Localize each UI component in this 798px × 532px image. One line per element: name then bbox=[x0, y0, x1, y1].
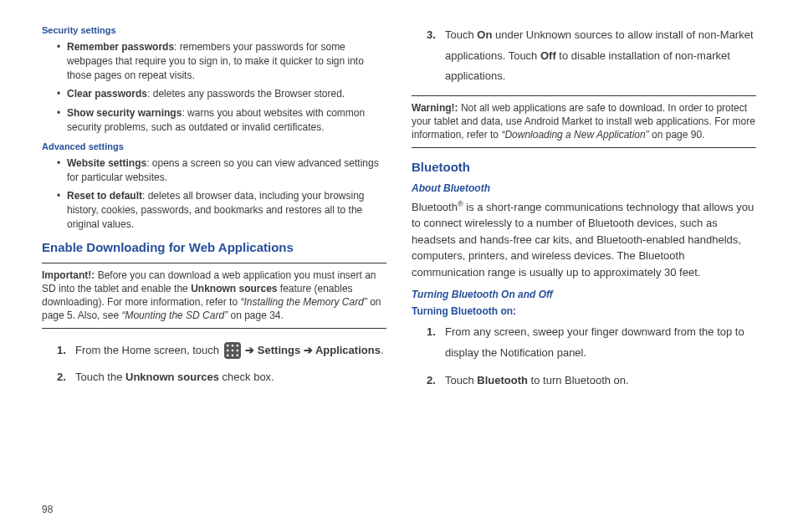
svg-rect-1 bbox=[231, 345, 233, 346]
bullet-show-warnings: Show security warnings: warns you about … bbox=[67, 106, 386, 135]
warning-label: Warning!: bbox=[412, 102, 458, 114]
enable-downloading-heading: Enable Downloading for Web Applications bbox=[42, 240, 386, 254]
registered-mark: ® bbox=[458, 200, 463, 208]
right-steps-continued: Touch On under Unknown sources to allow … bbox=[427, 25, 756, 87]
bullet-reset-default: Reset to default: deletes all browser da… bbox=[67, 189, 386, 231]
apps-grid-icon bbox=[224, 342, 241, 359]
bt-step-1: From any screen, sweep your finger downw… bbox=[427, 322, 756, 363]
step-2: Touch the Unknown sources check box. bbox=[57, 367, 386, 388]
svg-rect-4 bbox=[231, 350, 233, 351]
left-steps: From the Home screen, touch ➔ Settings ➔… bbox=[57, 340, 386, 388]
important-label: Important!: bbox=[42, 269, 95, 281]
advanced-bullets: Website settings: opens a screen so you … bbox=[67, 156, 386, 232]
step-1: From the Home screen, touch ➔ Settings ➔… bbox=[57, 340, 386, 361]
bluetooth-description: Bluetooth® is a short-range communicatio… bbox=[412, 199, 756, 281]
svg-rect-6 bbox=[227, 355, 228, 356]
right-column: Touch On under Unknown sources to allow … bbox=[412, 25, 756, 495]
svg-rect-3 bbox=[227, 350, 228, 351]
advanced-settings-heading: Advanced settings bbox=[42, 141, 386, 151]
svg-rect-2 bbox=[236, 345, 238, 346]
bt-step-2: Touch Bluetooth to turn Bluetooth on. bbox=[427, 371, 756, 391]
svg-rect-5 bbox=[236, 350, 238, 351]
bullet-clear-passwords: Clear passwords: deletes any passwords t… bbox=[67, 87, 386, 101]
svg-rect-8 bbox=[236, 355, 238, 356]
security-settings-heading: Security settings bbox=[42, 25, 386, 35]
bluetooth-heading: Bluetooth bbox=[412, 160, 756, 174]
about-bluetooth-heading: About Bluetooth bbox=[412, 182, 756, 194]
svg-rect-7 bbox=[231, 355, 233, 356]
turning-on-heading: Turning Bluetooth on: bbox=[412, 305, 756, 317]
left-column: Security settings Remember passwords: re… bbox=[42, 25, 386, 495]
bullet-website-settings: Website settings: opens a screen so you … bbox=[67, 156, 386, 185]
bullet-remember-passwords: Remember passwords: remembers your passw… bbox=[67, 40, 386, 82]
svg-rect-0 bbox=[227, 345, 228, 346]
page-number: 98 bbox=[42, 504, 756, 515]
bluetooth-steps: From any screen, sweep your finger downw… bbox=[427, 322, 756, 391]
warning-note: Warning!: Not all web applications are s… bbox=[412, 95, 756, 148]
step-3: Touch On under Unknown sources to allow … bbox=[427, 25, 756, 87]
important-note: Important!: Before you can download a we… bbox=[42, 263, 386, 329]
security-bullets: Remember passwords: remembers your passw… bbox=[67, 40, 386, 135]
turning-bluetooth-heading: Turning Bluetooth On and Off bbox=[412, 289, 756, 300]
